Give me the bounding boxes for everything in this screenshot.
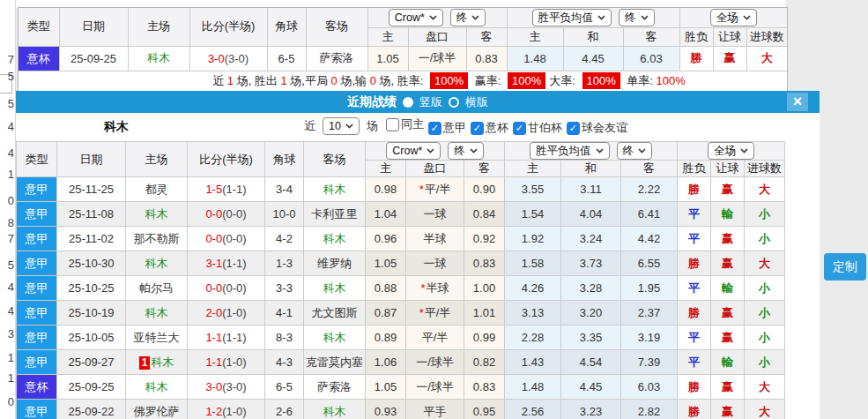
- games-count-select[interactable]: 10: [323, 117, 360, 135]
- away-team-link[interactable]: 卡利亚里: [312, 207, 358, 221]
- stats-text: 赢率:: [471, 74, 504, 87]
- away-odds: 1.00: [464, 276, 505, 301]
- handicap-text: 一/球半: [416, 355, 454, 369]
- vertical-layout-label[interactable]: 竖版: [419, 94, 442, 110]
- result-goals-cell: 大: [745, 251, 785, 276]
- home-team-link[interactable]: 科木: [145, 207, 168, 221]
- horizontal-layout-label[interactable]: 横版: [465, 94, 488, 110]
- result-handicap: 赢: [724, 51, 736, 64]
- avg-select[interactable]: 胜平负均值: [530, 142, 610, 160]
- corner-score: 2-6: [265, 400, 304, 419]
- scope-select[interactable]: 全场: [710, 9, 757, 26]
- result-handicap: 赢: [722, 380, 733, 393]
- result-handicap: 輸: [722, 281, 733, 295]
- match-score: 1-2(1-0): [188, 400, 265, 419]
- avg-away-odds: 6.55: [621, 251, 678, 276]
- filter-甘伯杯[interactable]: ✓甘伯杯: [513, 120, 562, 136]
- checkbox-checked-icon[interactable]: ✓: [513, 122, 526, 135]
- checkbox-checked-icon[interactable]: ✓: [428, 122, 441, 135]
- result-win: 勝: [688, 257, 700, 270]
- away-odds: 0.83: [464, 251, 505, 276]
- result-handicap: 赢: [722, 232, 733, 245]
- away-team-link[interactable]: 科木: [323, 183, 346, 196]
- home-team-cell: 科木: [126, 251, 188, 276]
- customize-button[interactable]: 定制: [824, 253, 866, 281]
- filter-意甲[interactable]: ✓意甲: [428, 120, 466, 136]
- home-team-link[interactable]: 帕尔马: [139, 281, 174, 295]
- result-goals: 大: [759, 380, 770, 393]
- result-handicap: 赢: [722, 405, 733, 418]
- home-team-link[interactable]: 科木: [147, 51, 170, 64]
- clipped-digit: 7: [0, 53, 14, 66]
- away-team-link[interactable]: 科木: [323, 281, 346, 295]
- checkbox-checked-icon[interactable]: ✓: [471, 122, 484, 135]
- handicap-line: 一/球半: [406, 350, 464, 375]
- column-header: 日期: [57, 142, 126, 177]
- home-team-link[interactable]: 科木: [151, 355, 174, 369]
- away-team-cell: 克雷莫内塞: [304, 350, 366, 375]
- chevron-down-icon: [641, 15, 649, 20]
- filter-同主[interactable]: 同主: [386, 116, 424, 132]
- away-team-link[interactable]: 萨索洛: [320, 51, 354, 64]
- clipped-digit: 1: [0, 371, 14, 385]
- checkbox-unchecked-icon[interactable]: [386, 118, 399, 131]
- final-select[interactable]: 终: [450, 9, 486, 26]
- match-date: 25-11-02: [57, 227, 126, 251]
- odds-select-group: Crow*终: [367, 8, 507, 27]
- full-time-score: 2-0: [205, 306, 222, 319]
- full-time-score: 1-1: [205, 331, 222, 344]
- avg-home-odds: 2.28: [505, 325, 561, 350]
- result-handicap-cell: 赢: [711, 251, 745, 276]
- away-team-link[interactable]: 科木: [323, 331, 346, 344]
- away-odds: 1.01: [464, 301, 505, 325]
- avg-home-odds: 3.13: [505, 301, 561, 325]
- team-name-label: 科木: [104, 119, 129, 135]
- handicap-line: 平手: [406, 400, 464, 419]
- column-header: 客场: [306, 8, 367, 46]
- bookmaker-select[interactable]: Crow*: [389, 9, 443, 26]
- checkbox-checked-icon[interactable]: ✓: [567, 122, 580, 135]
- sub-column-header: 客: [466, 27, 507, 46]
- home-team-cell: 那不勒斯: [126, 227, 188, 251]
- chevron-down-icon: [471, 15, 479, 20]
- home-team-link[interactable]: 亚特兰大: [134, 331, 180, 344]
- final-select-2[interactable]: 终: [617, 142, 653, 160]
- final-select[interactable]: 终: [448, 142, 484, 160]
- scope-select[interactable]: 全场: [708, 142, 754, 160]
- result-handicap-cell: 赢: [711, 177, 745, 202]
- radio-selected-icon[interactable]: [403, 97, 413, 108]
- avg-select[interactable]: 胜平负均值: [532, 9, 612, 26]
- away-team-link[interactable]: 科木: [323, 405, 346, 418]
- final-select-2[interactable]: 终: [619, 9, 655, 26]
- avg-draw-odds: 3.28: [561, 276, 621, 301]
- home-team-link[interactable]: 科木: [145, 257, 168, 270]
- home-team-link[interactable]: 都灵: [145, 183, 168, 196]
- avg-draw-odds: 4.04: [561, 202, 621, 227]
- home-team-link[interactable]: 那不勒斯: [134, 232, 180, 245]
- avg-away-odds: 2.37: [621, 301, 678, 325]
- home-team-link[interactable]: 佛罗伦萨: [134, 405, 180, 418]
- close-button[interactable]: ×: [787, 93, 808, 111]
- away-team-link[interactable]: 克雷莫内塞: [306, 355, 363, 369]
- home-team-link[interactable]: 科木: [145, 380, 168, 393]
- filter-球会友谊[interactable]: ✓球会友谊: [567, 120, 627, 136]
- away-team-link[interactable]: 尤文图斯: [312, 306, 358, 319]
- handicap-line: *平/半: [406, 177, 464, 202]
- away-team-link[interactable]: 萨索洛: [317, 380, 352, 393]
- away-team-link[interactable]: 科木: [323, 232, 346, 245]
- result-handicap-cell: 輸: [711, 276, 745, 301]
- result-handicap-cell: 赢: [711, 400, 745, 419]
- stats-text: 场, 胜出: [234, 74, 280, 87]
- avg-away-odds: 7.39: [621, 350, 678, 375]
- filter-意杯[interactable]: ✓意杯: [471, 120, 508, 136]
- home-team-link[interactable]: 科木: [145, 306, 168, 319]
- full-time-score: 0-0: [205, 281, 222, 295]
- games-label: 场: [367, 118, 378, 134]
- table-row: 意甲25-09-271科木1-1(1-0)4-3克雷莫内塞1.06一/球半0.8…: [17, 350, 785, 375]
- clipped-digit: 4: [0, 146, 14, 160]
- away-team-link[interactable]: 维罗纳: [317, 257, 352, 270]
- bookmaker-select[interactable]: Crow*: [386, 142, 441, 160]
- table-row: 意甲25-11-08科木0-0(0-0)10-0卡利亚里1.04一球0.841.…: [17, 202, 785, 227]
- radio-unselected-icon[interactable]: [449, 97, 459, 108]
- handicap-line: 一球: [406, 251, 464, 276]
